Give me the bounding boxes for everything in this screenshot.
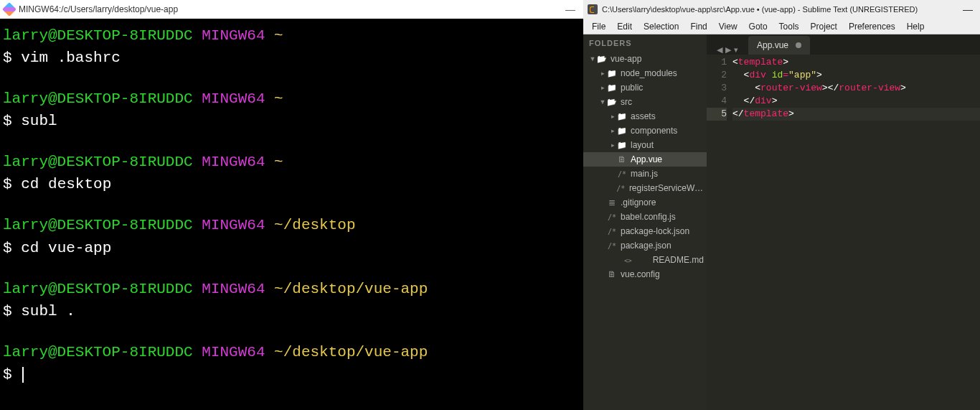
tree-label: README.md (653, 255, 704, 265)
term-user: larry@DESKTOP-8IRUDDC (3, 90, 193, 107)
editor-sidebar: FOLDERS ▼vue-app▸node_modules▸public▼src… (583, 34, 707, 410)
menu-tools[interactable]: Tools (773, 22, 805, 32)
folder-open-icon (596, 55, 608, 64)
term-host: MINGW64 (202, 27, 265, 44)
tree-item-assets[interactable]: ▸assets (583, 109, 707, 124)
menu-preferences[interactable]: Preferences (843, 22, 901, 32)
lines-icon (606, 197, 618, 208)
code-line[interactable]: <template> (732, 56, 980, 69)
tree-item-src[interactable]: ▼src (583, 95, 707, 109)
term-prompt: $ (3, 240, 12, 256)
editor-menubar: FileEditSelectionFindViewGotoToolsProjec… (583, 19, 980, 34)
tree-label: layout (631, 140, 654, 150)
line-number: 1 (707, 56, 727, 69)
tree-item-main-js[interactable]: main.js (583, 167, 707, 181)
tree-label: .gitignore (621, 197, 656, 208)
menu-file[interactable]: File (586, 22, 611, 32)
folder-icon (606, 69, 618, 78)
tree-item-node-modules[interactable]: ▸node_modules (583, 66, 707, 80)
term-path: ~/desktop/vue-app (274, 281, 428, 297)
tree-label: package-lock.json (621, 226, 689, 236)
menu-selection[interactable]: Selection (638, 22, 684, 32)
term-path: ~ (274, 27, 283, 44)
tree-item-vue-config[interactable]: vue.config (583, 267, 707, 281)
expand-arrow-icon[interactable]: ▼ (589, 55, 596, 62)
term-path: ~/desktop (274, 217, 355, 233)
minimize-button[interactable]: — (960, 4, 976, 15)
tab-prev-icon[interactable]: ◀ (715, 45, 724, 55)
menu-help[interactable]: Help (901, 22, 930, 32)
file-icon (616, 154, 628, 164)
term-command: vim .bashrc (21, 50, 121, 66)
tree-label: package.json (621, 241, 672, 251)
term-host: MINGW64 (202, 217, 265, 233)
term-path: ~ (274, 154, 283, 170)
code-line[interactable]: </div> (732, 95, 980, 108)
js-icon (616, 170, 628, 178)
expand-arrow-icon[interactable]: ▸ (609, 141, 616, 149)
tree-item-babel-config-js[interactable]: babel.config.js (583, 210, 707, 224)
tree-label: main.js (631, 169, 658, 179)
tree-item--gitignore[interactable]: .gitignore (583, 195, 707, 210)
tree-label: node_modules (621, 68, 677, 78)
tab-app-vue[interactable]: App.vue (748, 36, 810, 55)
minimize-button[interactable]: — (562, 4, 579, 15)
folder-icon (616, 112, 628, 121)
folder-icon (606, 83, 618, 93)
tree-item-components[interactable]: ▸components (583, 124, 707, 138)
term-command: cd desktop (21, 176, 111, 192)
file-icon (606, 269, 618, 279)
editor-title: C:\Users\larry\desktop\vue-app\src\App.v… (602, 5, 918, 14)
terminal-window: MINGW64:/c/Users/larry/desktop/vue-app —… (0, 0, 583, 410)
terminal-body[interactable]: larry@DESKTOP-8IRUDDC MINGW64 ~$ vim .ba… (0, 19, 583, 410)
menu-view[interactable]: View (713, 22, 743, 32)
code-line[interactable]: </template> (732, 108, 980, 121)
menu-find[interactable]: Find (684, 22, 712, 32)
term-command: cd vue-app (21, 240, 111, 256)
tab-menu-icon[interactable]: ▾ (732, 45, 740, 55)
tab-next-icon[interactable]: ▶ (724, 45, 732, 55)
sublime-icon (588, 4, 598, 14)
tree-item-public[interactable]: ▸public (583, 80, 707, 95)
menu-edit[interactable]: Edit (611, 22, 638, 32)
terminal-title: MINGW64:/c/Users/larry/desktop/vue-app (19, 4, 178, 14)
tree-label: components (631, 126, 677, 136)
editor-titlebar[interactable]: C:\Users\larry\desktop\vue-app\src\App.v… (583, 0, 980, 19)
folder-icon (616, 141, 628, 150)
tree-label: vue.config (621, 269, 660, 279)
editor-code[interactable]: 12345 <template> <div id="app"> <router-… (707, 55, 980, 410)
terminal-titlebar[interactable]: MINGW64:/c/Users/larry/desktop/vue-app — (0, 0, 583, 19)
expand-arrow-icon[interactable]: ▼ (599, 98, 606, 106)
tree-item-layout[interactable]: ▸layout (583, 138, 707, 152)
term-prompt: $ (3, 303, 12, 320)
term-user: larry@DESKTOP-8IRUDDC (3, 154, 193, 170)
expand-arrow-icon[interactable]: ▸ (599, 84, 606, 91)
term-host: MINGW64 (202, 281, 265, 297)
line-number: 4 (707, 95, 727, 108)
tree-item-vue-app[interactable]: ▼vue-app (583, 52, 707, 66)
expand-arrow-icon[interactable]: ▸ (609, 127, 616, 134)
tree-item-registerservicework[interactable]: registerServiceWork (583, 181, 707, 195)
term-prompt: $ (3, 366, 12, 383)
menu-goto[interactable]: Goto (743, 22, 773, 32)
cursor (22, 367, 24, 383)
tab-label: App.vue (757, 40, 788, 50)
code-line[interactable]: <router-view></router-view> (732, 82, 980, 95)
expand-arrow-icon[interactable]: ▸ (609, 113, 616, 120)
code-line[interactable]: <div id="app"> (732, 69, 980, 82)
js-icon (606, 228, 618, 236)
tree-item-readme-md[interactable]: README.md (583, 253, 707, 267)
tree-item-package-lock-json[interactable]: package-lock.json (583, 224, 707, 238)
code-area[interactable]: <template> <div id="app"> <router-view><… (732, 55, 980, 410)
code-icon (606, 256, 650, 264)
js-icon (606, 242, 618, 250)
expand-arrow-icon[interactable]: ▸ (599, 70, 606, 77)
term-host: MINGW64 (202, 344, 265, 360)
tree-item-app-vue[interactable]: App.vue (583, 152, 707, 167)
term-path: ~/desktop/vue-app (274, 344, 428, 360)
line-number: 2 (707, 69, 727, 82)
tab-nav[interactable]: ◀ ▶ ▾ (711, 45, 744, 55)
tree-item-package-json[interactable]: package.json (583, 238, 707, 253)
term-prompt: $ (3, 113, 12, 129)
menu-project[interactable]: Project (805, 22, 843, 32)
